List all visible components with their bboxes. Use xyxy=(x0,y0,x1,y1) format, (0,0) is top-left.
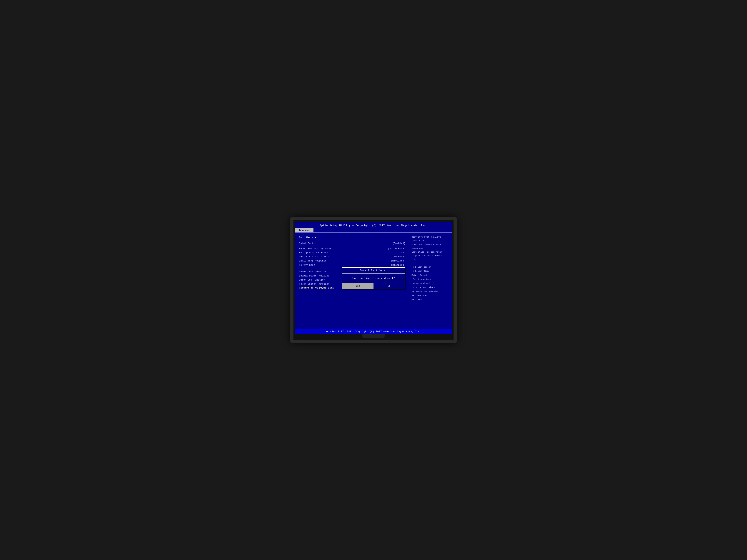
monitor: Aptio Setup Utility – Copyright (C) 2017… xyxy=(290,217,457,343)
dialog-buttons: Yes No xyxy=(342,283,405,289)
yes-button[interactable]: Yes xyxy=(342,283,374,289)
save-exit-dialog: Save & Exit Setup Save configuration and… xyxy=(342,267,405,289)
bios-screen: Aptio Setup Utility – Copyright (C) 2017… xyxy=(295,222,452,334)
no-button[interactable]: No xyxy=(374,283,405,289)
monitor-stand xyxy=(362,334,385,338)
dialog-title: Save & Exit Setup xyxy=(342,268,405,273)
dialog-message: Save configuration and exit? xyxy=(342,273,405,283)
dialog-overlay: Save & Exit Setup Save configuration and… xyxy=(295,222,452,334)
